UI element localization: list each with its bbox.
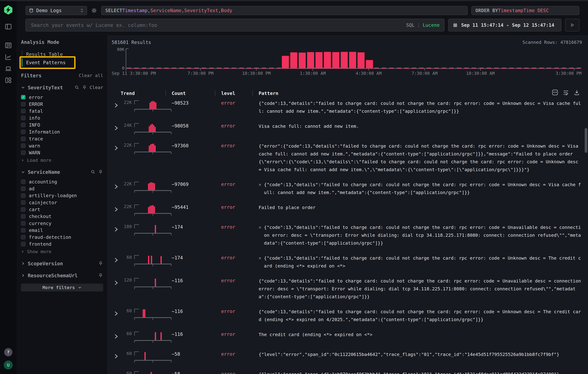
checkbox[interactable] [21, 130, 25, 134]
facet-more-button[interactable]: Load more [21, 158, 103, 163]
dismiss-x-icon[interactable]: × [259, 181, 262, 189]
order-by-input[interactable]: ORDER BY TimestampTime DESC [471, 6, 579, 15]
analysis-mode-item[interactable]: Event Patterns [22, 58, 103, 67]
hyperdx-logo[interactable] [4, 5, 13, 15]
more-filters-button[interactable]: More filters [21, 283, 103, 292]
search-input[interactable] [30, 22, 403, 28]
row-expand-chevron-icon[interactable] [112, 145, 121, 151]
pattern-row[interactable]: 120 ~116 error × {"code":13,"details":"f… [112, 274, 588, 304]
filter-option[interactable]: checkout [21, 213, 103, 220]
checkbox[interactable] [21, 193, 25, 198]
checkbox[interactable] [21, 235, 25, 240]
row-expand-chevron-icon[interactable] [112, 334, 121, 339]
results-histogram[interactable]: 80K0Sep 11 3:30:00 PM7:30:00 PM10:30:00 … [112, 47, 588, 76]
checkbox[interactable] [21, 95, 25, 100]
checkbox[interactable] [21, 151, 25, 155]
help-button[interactable]: ? [4, 348, 12, 356]
pattern-row[interactable]: 22K ~95441 error × Failed to place order [112, 200, 588, 220]
checkbox[interactable] [21, 228, 25, 232]
user-avatar[interactable]: U [4, 361, 13, 369]
checkbox[interactable] [21, 221, 25, 226]
pattern-row[interactable]: 60 ~58 error × {"level":"error","span_id… [112, 367, 588, 374]
filter-option[interactable]: cainjector [21, 199, 103, 206]
checkbox[interactable] [21, 242, 25, 246]
clear-all-filters-button[interactable]: Clear all [79, 73, 103, 78]
filter-option[interactable]: cart [21, 206, 103, 213]
filter-option[interactable]: fraud-detection [21, 234, 103, 241]
source-settings-gear-icon[interactable] [87, 8, 101, 13]
checkbox[interactable] [21, 137, 25, 141]
checkbox[interactable] [21, 116, 25, 120]
checkbox[interactable] [21, 214, 25, 219]
filter-option[interactable]: currency [21, 220, 103, 227]
dismiss-x-icon[interactable]: × [259, 254, 262, 262]
facet-name[interactable]: ServiceName [28, 169, 60, 175]
facet-search-icon[interactable] [91, 170, 95, 174]
row-expand-chevron-icon[interactable] [112, 227, 121, 232]
select-query-input[interactable]: SELECT Timestamp, ServiceName, SeverityT… [101, 6, 468, 15]
facet-pin-icon[interactable] [98, 273, 103, 278]
checkbox[interactable] [21, 179, 25, 184]
checkbox[interactable] [21, 109, 25, 113]
checkbox[interactable] [21, 207, 25, 212]
column-header-count[interactable]: Count [172, 91, 221, 96]
row-expand-chevron-icon[interactable] [112, 311, 121, 316]
facet-chevron-icon[interactable] [21, 170, 25, 174]
row-expand-chevron-icon[interactable] [112, 102, 121, 108]
row-expand-chevron-icon[interactable] [112, 374, 121, 374]
search-logs-icon[interactable] [5, 42, 12, 49]
pattern-row[interactable]: 60 ~116 error × The credit card (ending … [112, 327, 588, 347]
sidebar-toggle-icon[interactable] [5, 23, 12, 30]
filter-option[interactable]: trace [21, 135, 103, 142]
row-expand-chevron-icon[interactable] [112, 354, 121, 359]
view-code-icon[interactable] [552, 90, 558, 95]
facet-search-icon[interactable] [75, 85, 79, 90]
download-icon[interactable] [574, 90, 580, 95]
facet-clear-button[interactable]: Clear [90, 85, 103, 90]
chart-explorer-icon[interactable] [5, 53, 12, 61]
dismiss-x-icon[interactable]: × [259, 223, 262, 231]
pattern-row[interactable]: 24K ~98058 error × Visa cache full: cann… [112, 119, 588, 139]
facet-name[interactable]: SeverityText [28, 85, 63, 91]
facet-name[interactable]: ResourceSchemaUrl [28, 273, 78, 278]
column-header-level[interactable]: level [221, 91, 259, 96]
sessions-icon[interactable] [5, 65, 12, 72]
facet-pin-icon[interactable] [98, 170, 103, 174]
facet-chevron-icon[interactable] [21, 273, 25, 278]
filter-option[interactable]: ERROR [21, 101, 103, 108]
vertical-scrollbar[interactable] [585, 128, 587, 153]
filter-option[interactable]: info [21, 114, 103, 121]
filter-option[interactable]: email [21, 227, 103, 234]
facet-pin-icon[interactable] [98, 261, 103, 266]
facet-more-button[interactable]: Show more [21, 249, 103, 254]
row-expand-chevron-icon[interactable] [112, 207, 121, 212]
dashboards-icon[interactable] [5, 76, 12, 84]
query-language-lucene[interactable]: Lucene [423, 22, 440, 28]
filter-option[interactable]: frontend [21, 241, 103, 247]
pattern-row[interactable]: 180 ~174 error × {"code":13,"details":"f… [112, 220, 588, 251]
filter-option[interactable]: warn [21, 142, 103, 149]
filter-option[interactable]: WARN [21, 149, 103, 156]
filter-option[interactable]: INFO [21, 121, 103, 128]
query-language-sql[interactable]: SQL [406, 22, 415, 28]
row-expand-chevron-icon[interactable] [112, 280, 121, 286]
column-header-pattern[interactable]: Pattern [259, 91, 582, 96]
pattern-row[interactable]: 60 ~174 error × {"code":13,"details":"fa… [112, 251, 588, 274]
text-wrap-icon[interactable] [563, 90, 569, 95]
pattern-row[interactable]: 60 ~116 error × {"code":13,"details":"fa… [112, 304, 588, 327]
checkbox[interactable] [21, 186, 25, 191]
filter-option[interactable]: ad [21, 185, 103, 192]
filter-option[interactable]: error [21, 94, 103, 101]
source-select[interactable]: Demo Logs [25, 6, 87, 15]
filter-option[interactable]: Information [21, 128, 103, 135]
filter-option[interactable]: fatal [21, 108, 103, 114]
checkbox[interactable] [21, 200, 25, 205]
column-header-trend[interactable]: Trend [121, 91, 172, 96]
pattern-row[interactable]: 22K ~98523 error × {"code":13,"details":… [112, 96, 588, 119]
facet-chevron-icon[interactable] [21, 262, 25, 265]
row-expand-chevron-icon[interactable] [112, 125, 121, 131]
facet-pin-icon[interactable] [82, 85, 87, 90]
filter-option[interactable]: artillery-loadgen [21, 192, 103, 199]
facet-chevron-icon[interactable] [21, 85, 25, 90]
checkbox[interactable] [21, 143, 25, 148]
